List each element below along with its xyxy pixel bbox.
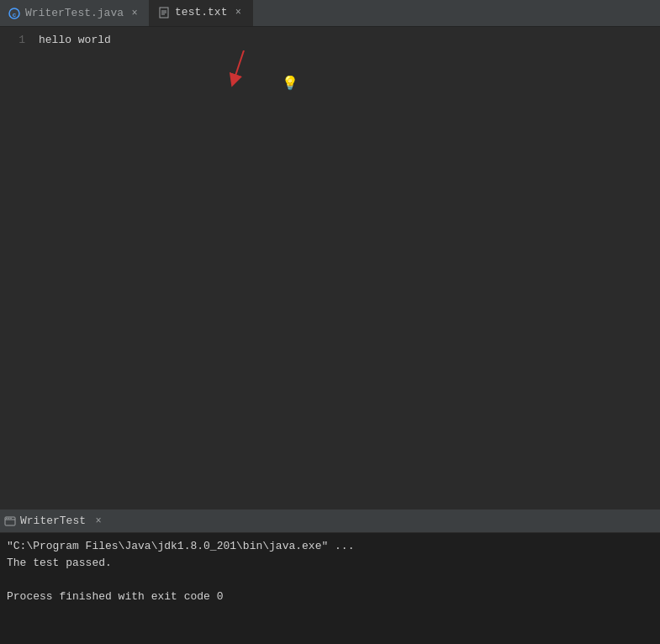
svg-text:c: c [13,11,17,18]
console-tab-close[interactable]: × [92,515,104,527]
txt-icon [158,7,170,18]
code-line-1: hello world [39,32,660,49]
red-arrow-annotation [227,50,261,94]
code-text-1: hello world [39,32,111,49]
svg-point-11 [10,517,12,519]
tab-label-test-txt: test.txt [175,6,227,18]
console-content[interactable]: "C:\Program Files\Java\jdk1.8.0_201\bin\… [0,533,660,644]
tab-writertest-java[interactable]: c WriterTest.java × [0,0,150,26]
console-line-2 [7,572,653,589]
console-tab-bar: WriterTest × [0,509,660,533]
console-tab-label[interactable]: WriterTest [20,515,86,527]
tab-label-writertest: WriterTest.java [25,7,124,19]
line-number-1: 1 [0,32,25,49]
tab-close-test-txt[interactable]: × [232,7,244,18]
tab-close-writertest[interactable]: × [129,8,140,19]
editor-area: 1 hello world 💡 [0,27,660,509]
console-line-3: Process finished with exit code 0 [7,589,653,605]
console-run-icon [3,515,17,528]
lightbulb-icon: 💡 [282,76,298,92]
line-numbers: 1 [0,27,34,509]
console-line-0: "C:\Program Files\Java\jdk1.8.0_201\bin\… [7,538,653,555]
tab-bar: c WriterTest.java × test.txt × [0,0,660,27]
svg-line-6 [234,50,244,81]
console-text-3: Process finished with exit code 0 [7,589,223,605]
tab-test-txt[interactable]: test.txt × [150,0,253,26]
console-text-1: The test passed. [7,555,112,572]
console-line-1: The test passed. [7,555,653,572]
console-text-0: "C:\Program Files\Java\jdk1.8.0_201\bin\… [7,538,354,555]
svg-point-9 [6,517,8,519]
java-icon: c [8,8,20,19]
console-panel: WriterTest × "C:\Program Files\Java\jdk1… [0,509,660,644]
editor-content[interactable]: hello world 💡 [34,27,660,509]
svg-point-10 [8,517,10,519]
